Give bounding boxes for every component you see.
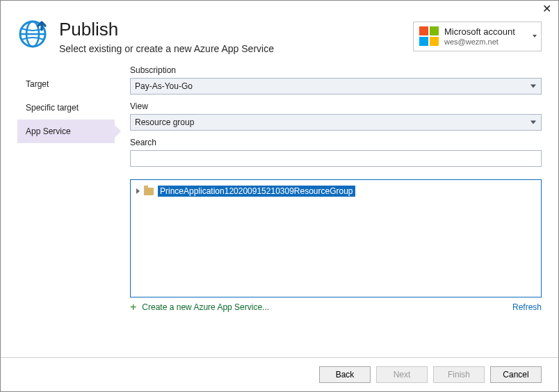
nav-item-specific-target[interactable]: Specific target	[17, 96, 115, 120]
account-email: wes@wezm.net	[444, 38, 515, 47]
resource-tree[interactable]: PrinceApplication120200915210309Resource…	[130, 179, 542, 297]
refresh-link[interactable]: Refresh	[512, 302, 542, 312]
wizard-nav: Target Specific target App Service	[17, 65, 115, 313]
view-select[interactable]: Resource group	[130, 114, 542, 131]
microsoft-logo-icon	[419, 26, 439, 46]
tree-item[interactable]: PrinceApplication120200915210309Resource…	[136, 186, 535, 197]
subscription-value: Pay-As-You-Go	[135, 81, 193, 91]
folder-icon	[144, 188, 154, 195]
subscription-label: Subscription	[130, 65, 542, 75]
page-title: Publish	[59, 19, 274, 40]
back-button[interactable]: Back	[319, 366, 371, 383]
close-icon[interactable]: ✕	[542, 3, 551, 15]
search-input[interactable]	[130, 150, 542, 167]
next-button[interactable]: Next	[376, 366, 428, 383]
create-link-label: Create a new Azure App Service...	[142, 302, 269, 312]
footer: Back Next Finish Cancel	[1, 357, 558, 391]
view-label: View	[130, 101, 542, 111]
main-form: Subscription Pay-As-You-Go View Resource…	[115, 65, 542, 313]
cancel-button[interactable]: Cancel	[490, 366, 542, 383]
chevron-right-icon[interactable]	[136, 188, 140, 194]
nav-item-target[interactable]: Target	[17, 72, 115, 96]
subscription-select[interactable]: Pay-As-You-Go	[130, 78, 542, 95]
account-label: Microsoft account	[444, 26, 515, 38]
view-value: Resource group	[135, 117, 194, 127]
plus-icon: +	[130, 302, 136, 313]
globe-upload-icon	[17, 19, 48, 49]
create-new-app-service-link[interactable]: + Create a new Azure App Service...	[130, 302, 269, 313]
tree-item-label: PrinceApplication120200915210309Resource…	[158, 186, 355, 197]
page-subtitle: Select existing or create a new Azure Ap…	[59, 43, 274, 54]
publish-dialog: ✕ Publish Select existing or create a ne…	[0, 0, 559, 392]
search-label: Search	[130, 138, 542, 147]
header-text: Publish Select existing or create a new …	[59, 19, 274, 54]
nav-item-app-service[interactable]: App Service	[17, 120, 115, 143]
finish-button[interactable]: Finish	[433, 366, 485, 383]
account-picker[interactable]: Microsoft account wes@wezm.net	[413, 22, 542, 51]
